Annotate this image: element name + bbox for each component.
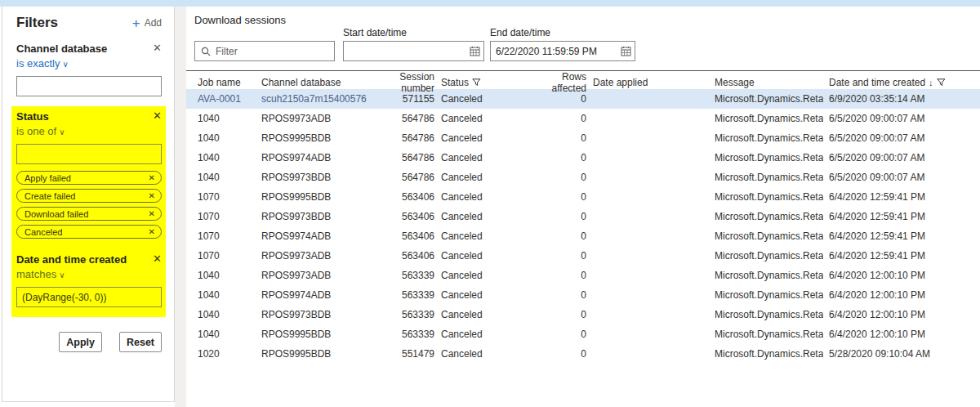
cell-date-created: 6/4/2020 12:00:10 PM [823, 289, 980, 301]
filters-panel: Filters + Add Channel database ✕ is exac… [2, 7, 175, 402]
column-header-job-name[interactable]: Job name [186, 77, 261, 88]
filter-funnel-icon [937, 78, 946, 87]
filter-operator-dropdown[interactable]: is one of∨ [16, 125, 162, 137]
search-icon [201, 47, 211, 56]
column-header-rows-affected[interactable]: Rows affected [528, 71, 586, 94]
remove-pill-icon[interactable]: ✕ [149, 227, 155, 236]
table-row[interactable]: 1040RPOS9995BDB563339Canceled0Microsoft.… [186, 324, 980, 344]
table-row[interactable]: 1070RPOS9974ADB563406Canceled0Microsoft.… [186, 226, 980, 246]
filter-group-label: Status [16, 110, 49, 123]
cell-rows-affected: 0 [528, 152, 586, 163]
table-row[interactable]: 1040RPOS9974ADB563339Canceled0Microsoft.… [186, 285, 980, 305]
page-title: Download sessions [194, 14, 286, 26]
cell-job-name: 1020 [186, 348, 261, 360]
filter-group-date-created: Date and time created ✕ matches∨ [16, 253, 162, 307]
cell-message: Microsoft.Dynamics.Retail... [709, 270, 823, 281]
cell-job-name: 1070 [186, 250, 261, 262]
status-filter-pill[interactable]: Apply failed✕ [16, 171, 162, 185]
table-row[interactable]: 1040RPOS9973ADB564786Canceled0Microsoft.… [186, 109, 980, 128]
status-filter-pill[interactable]: Canceled✕ [16, 225, 162, 239]
close-icon[interactable]: ✕ [153, 42, 162, 53]
date-range-filter-input[interactable] [16, 287, 162, 307]
remove-pill-icon[interactable]: ✕ [149, 173, 155, 182]
table-row[interactable]: 1070RPOS9973BDB563406Canceled0Microsoft.… [186, 207, 980, 226]
remove-pill-icon[interactable]: ✕ [149, 209, 155, 218]
column-header-channel-database[interactable]: Channel database [261, 77, 369, 88]
cell-rows-affected: 0 [528, 172, 586, 183]
apply-button[interactable]: Apply [59, 332, 102, 352]
cell-job-name: 1040 [186, 132, 261, 144]
channel-database-filter-input[interactable] [16, 76, 162, 96]
cell-rows-affected: 0 [528, 309, 586, 320]
add-filter-label: Add [145, 17, 162, 29]
close-icon[interactable]: ✕ [153, 253, 162, 264]
table-row[interactable]: 1070RPOS9995BDB563406Canceled0Microsoft.… [186, 187, 980, 207]
remove-pill-icon[interactable]: ✕ [149, 191, 155, 200]
cell-job-name[interactable]: AVA-0001 [186, 93, 261, 105]
top-accent-bar [0, 0, 980, 7]
table-row[interactable]: 1070RPOS9973ADB563406Canceled0Microsoft.… [186, 246, 980, 266]
cell-session-number: 571155 [369, 93, 434, 105]
table-row[interactable]: 1020RPOS9995BDB551479Canceled0Microsoft.… [186, 344, 980, 364]
filter-group-label: Date and time created [16, 253, 127, 266]
column-header-message[interactable]: Message [709, 77, 823, 88]
download-sessions-section: Download sessions Start date/time End da… [186, 7, 980, 407]
cell-channel-database: RPOS9995BDB [261, 191, 369, 203]
cell-session-number: 564786 [369, 132, 434, 144]
status-filter-pill[interactable]: Create failed✕ [16, 189, 162, 203]
cell-rows-affected: 0 [528, 270, 586, 281]
calendar-icon[interactable] [617, 46, 635, 56]
cell-status: Canceled [434, 329, 528, 340]
chevron-down-icon: ∨ [62, 60, 68, 69]
cell-status: Canceled [434, 152, 528, 163]
cell-channel-database: RPOS9973BDB [261, 172, 369, 183]
cell-message: Microsoft.Dynamics.Retail... [709, 191, 823, 203]
table-row[interactable]: 1040RPOS9995BDB564786Canceled0Microsoft.… [186, 128, 980, 148]
reset-button[interactable]: Reset [119, 332, 162, 352]
table-row[interactable]: 1040RPOS9973ADB563339Canceled0Microsoft.… [186, 266, 980, 285]
add-filter-button[interactable]: + Add [132, 16, 162, 30]
cell-date-created: 6/5/2020 09:00:07 AM [823, 113, 980, 124]
cell-job-name: 1040 [186, 289, 261, 301]
close-icon[interactable]: ✕ [153, 110, 162, 121]
cell-status: Canceled [434, 289, 528, 301]
calendar-icon[interactable] [466, 46, 483, 56]
start-date-input[interactable] [344, 42, 466, 60]
column-header-status[interactable]: Status [434, 77, 528, 88]
cell-session-number: 564786 [369, 152, 434, 163]
filter-operator-dropdown[interactable]: is exactly∨ [16, 57, 162, 69]
cell-session-number: 563339 [369, 329, 434, 340]
filter-group-label: Channel database [16, 42, 107, 55]
plus-icon: + [132, 16, 140, 30]
cell-date-created: 6/4/2020 12:00:10 PM [823, 329, 980, 340]
filter-operator-dropdown[interactable]: matches∨ [16, 268, 162, 280]
cell-date-created: 6/5/2020 09:00:07 AM [823, 152, 980, 163]
cell-channel-database: RPOS9974ADB [261, 230, 369, 242]
cell-date-created: 6/9/2020 03:35:14 AM [823, 93, 980, 105]
cell-message: Microsoft.Dynamics.Retail... [709, 289, 823, 301]
column-header-session-number[interactable]: Session number [369, 71, 434, 94]
status-filter-input[interactable] [16, 144, 162, 164]
table-row[interactable]: 1040RPOS9973BDB564786Canceled0Microsoft.… [186, 168, 980, 187]
column-header-date-created[interactable]: Date and time created ↓ [823, 77, 980, 88]
table-row[interactable]: 1040RPOS9974ADB564786Canceled0Microsoft.… [186, 148, 980, 168]
status-filter-pill[interactable]: Download failed✕ [16, 207, 162, 221]
cell-job-name: 1070 [186, 211, 261, 222]
quick-filter-input[interactable] [211, 42, 334, 60]
table-row[interactable]: 1040RPOS9973BDB563339Canceled0Microsoft.… [186, 305, 980, 324]
cell-date-created: 5/28/2020 09:10:04 AM [823, 348, 980, 360]
end-date-input[interactable] [491, 42, 617, 60]
cell-rows-affected: 0 [528, 250, 586, 262]
filter-group-channel-database: Channel database ✕ is exactly∨ [16, 42, 162, 96]
start-date-label: Start date/time [343, 27, 407, 38]
cell-rows-affected: 0 [528, 329, 586, 340]
cell-job-name: 1070 [186, 191, 261, 203]
cell-rows-affected: 0 [528, 211, 586, 222]
download-sessions-table: Job name Channel database Session number… [186, 70, 980, 364]
column-header-date-applied[interactable]: Date applied [586, 77, 709, 88]
chevron-down-icon: ∨ [59, 271, 65, 280]
end-date-label: End date/time [490, 27, 550, 38]
panel-divider [175, 7, 186, 407]
cell-status: Canceled [434, 230, 528, 242]
cell-status: Canceled [434, 211, 528, 222]
